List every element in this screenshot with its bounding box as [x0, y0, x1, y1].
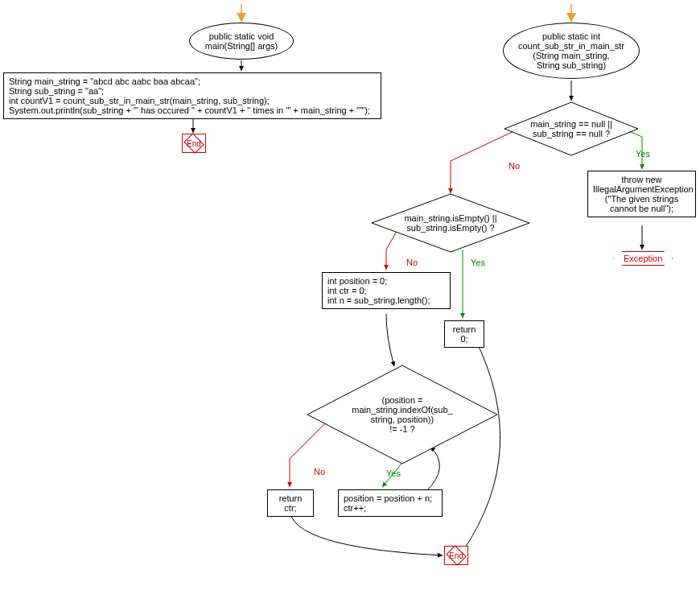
main-end: End	[182, 134, 206, 153]
null-check-diamond: main_string == null || sub_string == nul…	[527, 103, 616, 155]
exception-text: Exception	[624, 254, 662, 263]
main-entry-text: public static void main(String[] args)	[205, 31, 278, 51]
count-entry-text: public static int count_sub_str_in_main_…	[518, 31, 624, 70]
loop-body-rect: position = position + n; ctr++;	[338, 489, 443, 517]
main-entry-ellipse: public static void main(String[] args)	[189, 23, 294, 60]
empty-yes-label: Yes	[471, 258, 485, 267]
null-yes-label: Yes	[636, 149, 650, 159]
empty-check-diamond: main_string.isEmpty() || sub_string.isEm…	[382, 195, 519, 251]
null-no-label: No	[509, 161, 520, 171]
return0-rect: return 0;	[444, 320, 484, 348]
empty-no-label: No	[406, 258, 418, 267]
main-body-rect: String main_string = "abcd abc aabc baa …	[3, 72, 381, 119]
init-rect: int position = 0; int ctr = 0; int n = s…	[322, 272, 451, 309]
count-entry-ellipse: public static int count_sub_str_in_main_…	[503, 23, 640, 79]
null-check-text: main_string == null || sub_string == nul…	[530, 119, 612, 138]
loop-cond-diamond: (position = main_string.indexOf(sub_ str…	[314, 366, 491, 463]
init-text: int position = 0; int ctr = 0; int n = s…	[327, 276, 445, 305]
loop-no-label: No	[314, 467, 325, 477]
main-end-text: End	[187, 139, 201, 148]
return-ctr-rect: return ctr;	[267, 489, 314, 517]
main-body-text: String main_string = "abcd abc aabc baa …	[9, 76, 376, 115]
loop-body-text: position = position + n; ctr++;	[344, 493, 437, 513]
loop-yes-label: Yes	[386, 468, 401, 478]
return-ctr-text: return ctr;	[279, 493, 303, 513]
loop-cond-text: (position = main_string.indexOf(sub_ str…	[352, 395, 452, 434]
throw-rect: throw new IllegalArgumentException ("The…	[587, 171, 696, 217]
count-end-text: End	[449, 551, 463, 560]
throw-text: throw new IllegalArgumentException ("The…	[593, 175, 694, 213]
exception-node: Exception	[613, 251, 673, 266]
return0-text: return 0;	[453, 324, 476, 344]
empty-check-text: main_string.isEmpty() || sub_string.isEm…	[404, 213, 496, 233]
count-end: End	[444, 546, 468, 565]
